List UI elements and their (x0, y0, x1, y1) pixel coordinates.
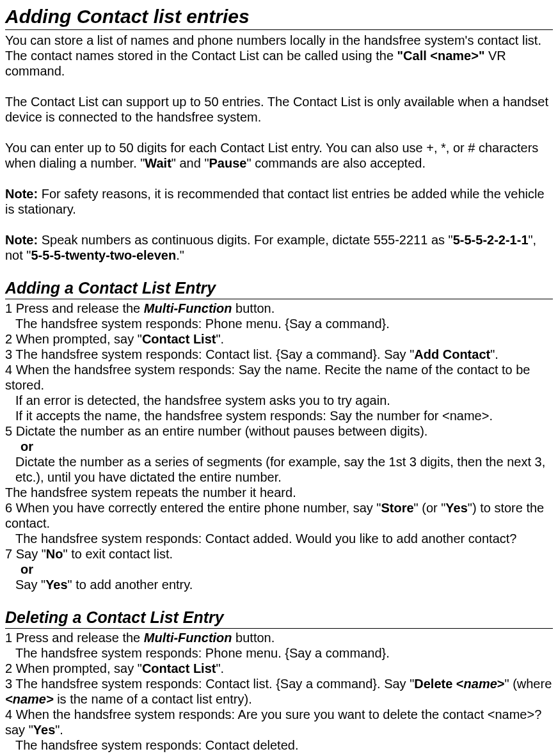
step-number: 4 (5, 707, 12, 721)
intro-paragraph: You can enter up to 50 digits for each C… (5, 140, 553, 171)
step-number: 2 (5, 332, 12, 346)
intro-paragraph: The Contact List can support up to 50 en… (5, 94, 553, 125)
step-detail: The handsfree system repeats the number … (5, 485, 553, 500)
step-detail: If it accepts the name, the handsfree sy… (5, 408, 553, 423)
intro-paragraph: Note: For safety reasons, it is recommen… (5, 186, 553, 217)
step-line: 2 When prompted, say "Contact List". (5, 331, 553, 347)
or-divider: or (5, 439, 553, 454)
section-title: Deleting a Contact List Entry (5, 608, 553, 629)
step-detail: Say "Yes" to add another entry. (5, 577, 553, 592)
step-number: 4 (5, 363, 12, 377)
section: Adding a Contact List Entry1 Press and r… (5, 278, 553, 592)
step-line: 4 When the handsfree system responds: Sa… (5, 362, 553, 393)
step-detail: The handsfree system responds: Contact a… (5, 531, 553, 546)
or-divider: or (5, 562, 553, 577)
step-line: 2 When prompted, say "Contact List". (5, 661, 553, 676)
section: Deleting a Contact List Entry1 Press and… (5, 608, 553, 753)
step-detail: The handsfree system responds: Phone men… (5, 645, 553, 661)
page-title: Adding Contact list entries (5, 5, 553, 30)
section-title: Adding a Contact List Entry (5, 278, 553, 299)
step-number: 2 (5, 661, 12, 675)
step-number: 6 (5, 501, 12, 515)
intro-paragraph: Note: Speak numbers as continuous digits… (5, 232, 553, 263)
step-detail: The handsfree system responds: Contact d… (5, 737, 553, 753)
step-detail: The handsfree system responds: Phone men… (5, 316, 553, 331)
intro-paragraph: You can store a list of names and phone … (5, 33, 553, 79)
step-line: 4 When the handsfree system responds: Ar… (5, 707, 553, 737)
step-line: 3 The handsfree system responds: Contact… (5, 676, 553, 707)
step-number: 7 (5, 547, 12, 561)
intro-block: You can store a list of names and phone … (5, 33, 553, 263)
step-line: 6 When you have correctly entered the en… (5, 500, 553, 531)
step-number: 3 (5, 677, 12, 691)
step-line: 1 Press and release the Multi-Function b… (5, 301, 553, 316)
step-number: 3 (5, 347, 12, 361)
step-number: 1 (5, 631, 12, 645)
step-number: 1 (5, 301, 12, 315)
step-detail: If an error is detected, the handsfree s… (5, 393, 553, 408)
step-line: 1 Press and release the Multi-Function b… (5, 630, 553, 645)
step-number: 5 (5, 424, 12, 438)
step-line: 3 The handsfree system responds: Contact… (5, 347, 553, 362)
step-detail: Dictate the number as a series of segmen… (5, 454, 553, 485)
step-line: 7 Say "No" to exit contact list. (5, 546, 553, 562)
step-line: 5 Dictate the number as an entire number… (5, 423, 553, 439)
